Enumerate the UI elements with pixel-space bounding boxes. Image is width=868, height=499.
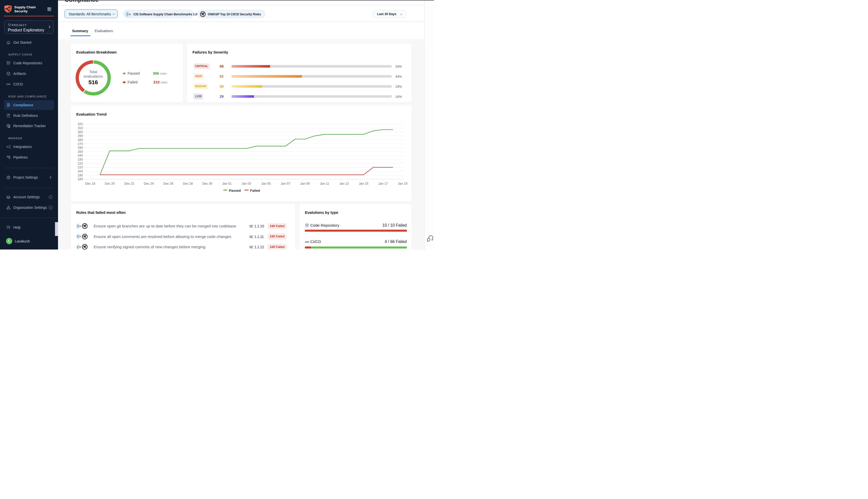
svg-text:CIS: CIS xyxy=(127,13,131,15)
svg-text:Dec 20: Dec 20 xyxy=(105,182,115,185)
svg-text:CIS: CIS xyxy=(77,246,81,248)
svg-text:Dec 24: Dec 24 xyxy=(144,182,154,185)
svg-text:190: 190 xyxy=(78,173,83,177)
svg-text:Passed: Passed xyxy=(229,188,241,192)
svg-text:Jan 01: Jan 01 xyxy=(222,182,232,185)
svg-text:310: 310 xyxy=(78,126,83,130)
svg-text:Jan 13: Jan 13 xyxy=(339,182,349,185)
svg-text:Jan 19: Jan 19 xyxy=(398,182,407,185)
svg-text:Jan 17: Jan 17 xyxy=(379,182,388,185)
svg-text:200: 200 xyxy=(78,169,83,173)
svg-text:300: 300 xyxy=(78,130,83,134)
svg-text:320: 320 xyxy=(78,122,83,126)
svg-text:Dec 30: Dec 30 xyxy=(202,182,212,185)
svg-text:290: 290 xyxy=(78,134,83,138)
svg-text:240: 240 xyxy=(78,154,83,157)
svg-text:250: 250 xyxy=(78,150,83,153)
svg-text:Jan 15: Jan 15 xyxy=(359,182,369,185)
svg-text:Dec 26: Dec 26 xyxy=(163,182,173,185)
svg-text:Dec 22: Dec 22 xyxy=(124,182,134,185)
svg-text:Jan 07: Jan 07 xyxy=(281,182,290,185)
svg-text:Failed: Failed xyxy=(250,188,260,192)
svg-text:230: 230 xyxy=(78,158,83,161)
svg-text:Dec 28: Dec 28 xyxy=(183,182,193,185)
svg-text:220: 220 xyxy=(78,161,83,165)
svg-text:CIS: CIS xyxy=(77,235,81,238)
svg-text:Jan 03: Jan 03 xyxy=(241,182,251,185)
svg-text:Jan 09: Jan 09 xyxy=(300,182,310,185)
svg-text:260: 260 xyxy=(78,146,83,149)
svg-text:180: 180 xyxy=(78,178,83,181)
svg-text:CIS: CIS xyxy=(77,225,81,227)
svg-text:Jan 11: Jan 11 xyxy=(320,182,329,185)
svg-text:Dec 18: Dec 18 xyxy=(85,182,95,185)
svg-text:280: 280 xyxy=(78,138,83,142)
svg-text:?: ? xyxy=(8,226,9,228)
svg-text:210: 210 xyxy=(78,166,83,169)
svg-text:270: 270 xyxy=(78,142,83,145)
svg-text:Jan 05: Jan 05 xyxy=(261,182,271,185)
